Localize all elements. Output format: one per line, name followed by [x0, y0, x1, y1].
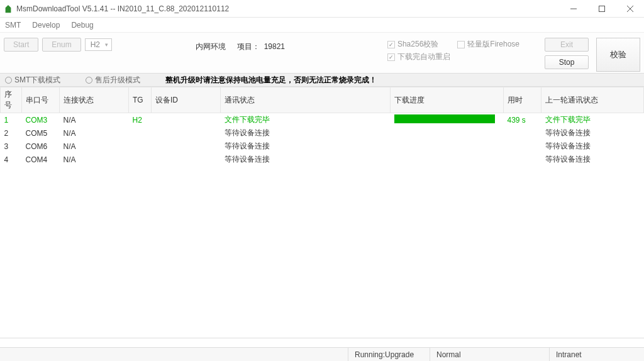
chk-sha256[interactable]: ✓Sha256校验: [387, 39, 438, 50]
toolbar: Start Enum H2 ▾ 内网环境 项目： 19821 ✓Sha256校验…: [0, 33, 644, 73]
radio-smt-mode[interactable]: SMT下载模式: [5, 75, 60, 86]
chk-reboot[interactable]: ✓下载完自动重启: [387, 52, 450, 62]
minimize-button[interactable]: [559, 0, 587, 17]
col-tg[interactable]: TG: [129, 87, 152, 113]
progress-bar: [394, 114, 495, 123]
col-last[interactable]: 上一轮通讯状态: [541, 87, 644, 113]
window-controls: [559, 0, 644, 17]
window-title: MsmDownloadTool V5.1.41 -- IN2010_11_C.8…: [16, 4, 559, 13]
col-com[interactable]: 串口号: [22, 87, 60, 113]
table-header-row: 序号 串口号 连接状态 TG 设备ID 通讯状态 下载进度 用时 上一轮通讯状态: [1, 87, 644, 113]
checkbox-icon: ✓: [387, 41, 395, 48]
col-idx[interactable]: 序号: [1, 87, 22, 113]
toolbar-checks: ✓Sha256校验 轻量版Firehose ✓下载完自动重启: [387, 38, 519, 62]
col-comm[interactable]: 通讯状态: [221, 87, 391, 113]
mode-select-value: H2: [91, 40, 100, 49]
toolbar-right: Exit Stop: [545, 38, 592, 69]
start-button[interactable]: Start: [4, 38, 38, 52]
table-row[interactable]: 2COM5N/A等待设备连接等待设备连接: [1, 126, 644, 140]
device-table-wrap[interactable]: 序号 串口号 连接状态 TG 设备ID 通讯状态 下载进度 用时 上一轮通讯状态…: [0, 87, 644, 338]
status-running: Running:Upgrade: [348, 348, 430, 361]
svg-rect-0: [599, 6, 604, 11]
checkbox-icon: [457, 41, 465, 48]
radio-aftersale-mode[interactable]: 售后升级模式: [86, 75, 140, 86]
menu-smt[interactable]: SMT: [5, 21, 21, 30]
menu-develop[interactable]: Develop: [32, 21, 60, 30]
chevron-down-icon: ▾: [105, 42, 108, 48]
menubar: SMT Develop Debug: [0, 18, 644, 33]
mode-select[interactable]: H2 ▾: [85, 38, 112, 51]
project-label: 项目：: [237, 42, 260, 51]
env-label: 内网环境: [196, 42, 226, 52]
status-normal: Normal: [430, 348, 550, 361]
device-table: 序号 串口号 连接状态 TG 设备ID 通讯状态 下载进度 用时 上一轮通讯状态…: [0, 87, 644, 166]
menu-debug[interactable]: Debug: [71, 21, 93, 30]
status-intranet: Intranet: [550, 348, 644, 361]
col-conn[interactable]: 连接状态: [60, 87, 129, 113]
warning-text: 整机升级时请注意保持电池电量充足，否则无法正常烧录完成！: [165, 75, 377, 86]
toolbar-center: 内网环境 项目： 19821: [112, 38, 369, 52]
status-spacer: [0, 348, 348, 361]
enum-button[interactable]: Enum: [42, 38, 80, 52]
col-prog[interactable]: 下载进度: [391, 87, 504, 113]
verify-button[interactable]: 校验: [596, 38, 640, 72]
col-time[interactable]: 用时: [504, 87, 541, 113]
statusbar: Running:Upgrade Normal Intranet: [0, 347, 644, 361]
table-row[interactable]: 4COM4N/A等待设备连接等待设备连接: [1, 153, 644, 166]
app-logo-icon: [4, 4, 13, 13]
radio-icon: [86, 77, 92, 84]
stop-button[interactable]: Stop: [545, 55, 589, 69]
close-button[interactable]: [616, 0, 644, 17]
titlebar: MsmDownloadTool V5.1.41 -- IN2010_11_C.8…: [0, 0, 644, 18]
table-row[interactable]: 3COM6N/A等待设备连接等待设备连接: [1, 140, 644, 153]
table-row[interactable]: 1COM3N/AH2文件下载完毕439 s文件下载完毕: [1, 113, 644, 127]
radio-icon: [5, 77, 12, 84]
chk-firehose[interactable]: 轻量版Firehose: [457, 39, 519, 50]
toolbar-left: Start Enum H2 ▾: [4, 38, 112, 52]
project-value: 19821: [264, 42, 285, 51]
col-devid[interactable]: 设备ID: [152, 87, 221, 113]
maximize-button[interactable]: [587, 0, 616, 17]
exit-button[interactable]: Exit: [545, 38, 589, 52]
checkbox-icon: ✓: [387, 53, 395, 61]
modebar: SMT下载模式 售后升级模式 整机升级时请注意保持电池电量充足，否则无法正常烧录…: [0, 73, 644, 87]
